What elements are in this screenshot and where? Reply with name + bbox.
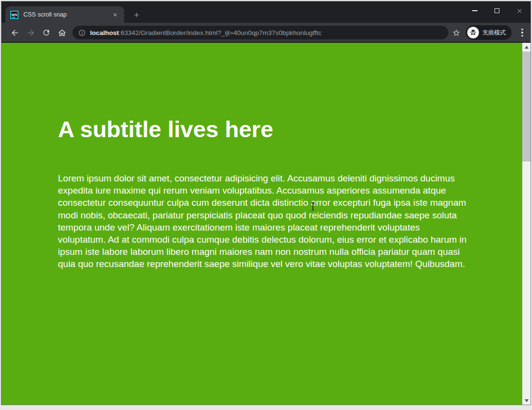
new-tab-button[interactable] [130,8,143,21]
minimize-icon [472,10,477,11]
page-paragraph: Lorem ipsum dolor sit amet, consectetur … [58,172,469,270]
minimize-button[interactable] [463,1,486,20]
navigation-toolbar: localhost:63342/GradientBorder/index.htm… [1,23,531,42]
screenshot-stage: WS CSS scroll snap [0,0,532,410]
back-button[interactable] [9,27,20,38]
site-info-icon[interactable] [78,29,86,36]
address-bar[interactable]: localhost:63342/GradientBorder/index.htm… [73,26,448,39]
back-arrow-icon [10,28,19,37]
incognito-icon [467,27,479,38]
window-close-icon [516,8,523,14]
plus-icon [133,11,140,18]
tab-title: CSS scroll snap [23,11,110,18]
browser-tab[interactable]: WS CSS scroll snap [5,6,124,23]
reload-icon [42,28,51,37]
url-text: localhost:63342/GradientBorder/index.htm… [90,29,321,36]
url-path: :63342/GradientBorder/index.html?_ijt=40… [119,29,321,36]
title-bar: WS CSS scroll snap [1,1,531,23]
close-icon [112,12,118,18]
window-close-button[interactable] [508,1,531,20]
forward-button[interactable] [25,27,37,38]
scrollbar-thumb[interactable] [522,52,531,161]
browser-window: WS CSS scroll snap [1,1,531,405]
scroll-down-button[interactable] [522,396,531,405]
forward-arrow-icon [26,28,36,37]
reload-button[interactable] [40,27,52,38]
triangle-up-icon [525,46,529,49]
browser-menu-button[interactable] [516,27,528,38]
webstorm-favicon-icon: WS [10,11,18,19]
url-host: localhost [90,29,119,36]
page-heading: A subtitle lives here [58,117,273,142]
incognito-badge: 无痕模式 [466,25,512,40]
page-viewport: A subtitle lives here Lorem ipsum dolor … [1,43,531,405]
text-cursor [310,202,315,211]
triangle-down-icon [525,399,529,402]
tab-close-button[interactable] [110,10,119,19]
window-controls [463,1,531,20]
maximize-button[interactable] [486,1,508,20]
home-icon [57,28,67,37]
vertical-scrollbar[interactable] [522,43,531,405]
maximize-icon [495,8,499,13]
scroll-up-button[interactable] [522,43,531,51]
three-dots-icon [521,29,523,31]
bookmark-button[interactable] [450,27,462,38]
incognito-label: 无痕模式 [482,29,506,37]
home-button[interactable] [56,27,68,38]
bookmark-star-icon [452,29,460,37]
